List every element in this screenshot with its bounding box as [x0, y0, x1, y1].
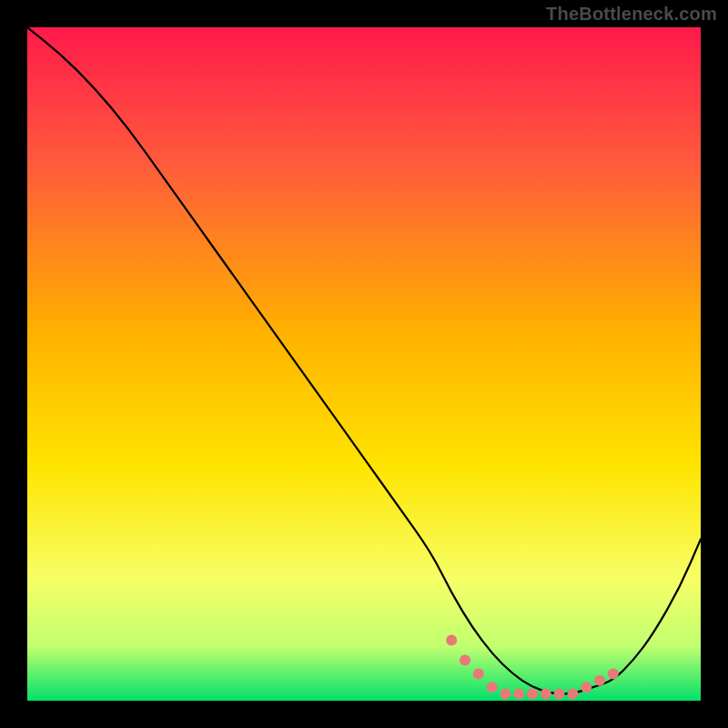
marker-point — [608, 668, 619, 679]
marker-point — [541, 689, 551, 700]
site-watermark: TheBottleneck.com — [546, 4, 717, 25]
marker-point — [500, 689, 511, 700]
marker-point — [487, 682, 498, 693]
marker-point — [527, 689, 538, 700]
marker-point — [460, 655, 470, 666]
marker-point — [473, 668, 484, 679]
chart-frame: TheBottleneck.com — [0, 0, 728, 728]
marker-point — [554, 689, 565, 700]
marker-point — [581, 682, 592, 693]
marker-point — [594, 675, 605, 686]
marker-point — [567, 689, 578, 700]
marker-point — [513, 689, 524, 700]
plot-area — [27, 27, 701, 701]
marker-point — [446, 634, 457, 645]
chart-svg — [27, 27, 701, 701]
